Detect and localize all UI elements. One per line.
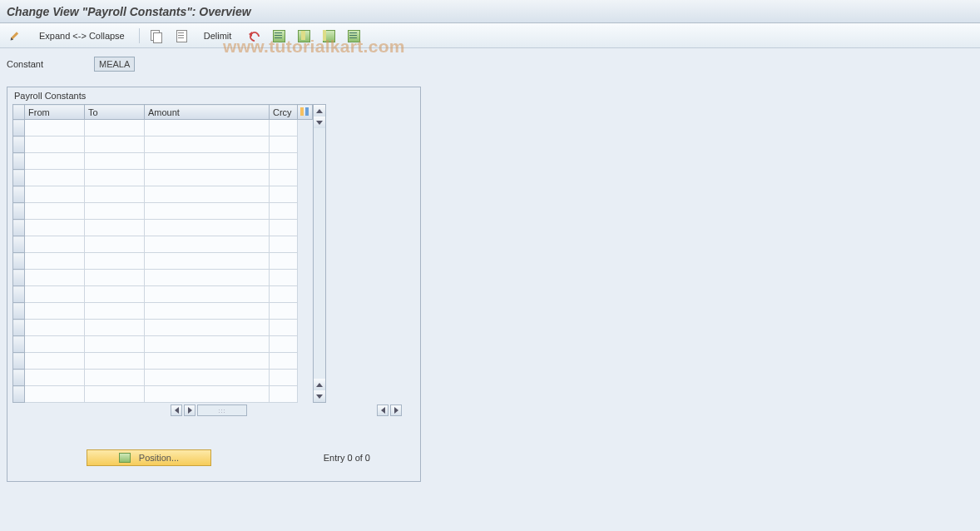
col-to-header[interactable]: To <box>85 105 145 120</box>
table-row[interactable] <box>13 303 313 320</box>
hscroll-left-button[interactable] <box>171 404 182 416</box>
scroll-down-button[interactable] <box>314 390 325 402</box>
scroll-track[interactable] <box>314 128 325 379</box>
row-selector-header[interactable] <box>13 105 25 120</box>
table-row[interactable] <box>13 353 313 370</box>
toggle-display-change-button[interactable] <box>7 27 27 44</box>
position-label: Position... <box>139 453 179 463</box>
select-all-button[interactable] <box>269 27 289 44</box>
table-settings-button[interactable] <box>344 27 364 44</box>
table-row[interactable] <box>13 253 313 270</box>
grid-body <box>13 120 313 403</box>
table-row[interactable] <box>13 236 313 253</box>
expand-collapse-button[interactable]: Expand <-> Collapse <box>32 27 132 44</box>
deselect-all-button[interactable] <box>319 27 339 44</box>
group-title: Payroll Constants <box>7 87 420 104</box>
col-from-header[interactable]: From <box>25 105 85 120</box>
pencil-icon <box>10 29 23 42</box>
table-row[interactable] <box>13 220 313 236</box>
delimit-label: Delimit <box>200 31 236 41</box>
constant-field-row: Constant MEALA <box>7 57 973 72</box>
select-block-icon <box>297 29 310 42</box>
payroll-constants-group: Payroll Constants From To Amount Crcy <box>7 87 421 482</box>
copy-button[interactable] <box>146 27 166 44</box>
deselect-all-icon <box>322 29 335 42</box>
table-row[interactable] <box>13 170 313 186</box>
sheet-icon <box>175 29 188 42</box>
select-all-icon <box>272 29 285 42</box>
horizontal-scroll-row <box>7 403 420 416</box>
table-settings-icon <box>347 29 360 42</box>
table-row[interactable] <box>13 320 313 336</box>
table-row[interactable] <box>13 286 313 303</box>
table-row[interactable] <box>13 136 313 153</box>
vertical-scrollbar[interactable] <box>313 104 326 403</box>
content-area: Constant MEALA Payroll Constants From To… <box>0 48 980 490</box>
delimit-button[interactable]: Delimit <box>196 27 240 44</box>
hscroll-end-left-button[interactable] <box>377 404 389 416</box>
scroll-step-up-button[interactable] <box>314 379 325 390</box>
table-row[interactable] <box>13 186 313 203</box>
horizontal-scrollbar-right[interactable] <box>377 404 402 416</box>
hscroll-right-button[interactable] <box>184 404 196 416</box>
hscroll-end-right-button[interactable] <box>390 404 402 416</box>
toolbar: Expand <-> Collapse Delimit <box>0 23 980 48</box>
expand-collapse-label: Expand <-> Collapse <box>35 31 129 41</box>
select-block-button[interactable] <box>294 27 314 44</box>
group-footer: Position... Entry 0 of 0 <box>7 416 420 473</box>
col-crcy-header[interactable]: Crcy <box>270 105 298 120</box>
copy-icon <box>150 29 163 42</box>
sheet-button[interactable] <box>171 27 191 44</box>
horizontal-scrollbar-left[interactable] <box>171 404 247 416</box>
table-row[interactable] <box>13 370 313 386</box>
position-button[interactable]: Position... <box>87 449 211 466</box>
grid-wrap: From To Amount Crcy <box>7 104 420 403</box>
position-icon <box>119 453 131 463</box>
constant-value: MEALA <box>94 57 135 72</box>
scroll-step-down-button[interactable] <box>314 117 325 128</box>
constant-label: Constant <box>7 59 94 69</box>
table-row[interactable] <box>13 386 313 403</box>
title-bar: Change View "Payroll Constants": Overvie… <box>0 0 980 23</box>
table-row[interactable] <box>13 153 313 170</box>
col-amount-header[interactable]: Amount <box>145 105 270 120</box>
undo-button[interactable] <box>244 27 264 44</box>
toolbar-separator <box>139 28 140 43</box>
table-row[interactable] <box>13 336 313 353</box>
table-config-button[interactable] <box>298 105 313 120</box>
page-title: Change View "Payroll Constants": Overvie… <box>7 5 251 18</box>
scroll-up-button[interactable] <box>314 105 325 117</box>
hscroll-track[interactable] <box>197 404 247 416</box>
table-row[interactable] <box>13 203 313 220</box>
table-row[interactable] <box>13 120 313 136</box>
entry-count-label: Entry 0 of 0 <box>324 453 370 463</box>
data-grid[interactable]: From To Amount Crcy <box>12 104 313 403</box>
undo-icon <box>247 29 260 42</box>
table-row[interactable] <box>13 270 313 286</box>
